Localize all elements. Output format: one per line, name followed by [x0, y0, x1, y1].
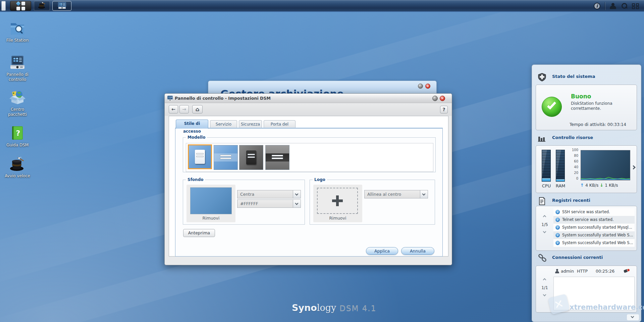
link-icon [538, 254, 547, 263]
forward-button[interactable]: → [179, 105, 189, 113]
magic-hat-icon [38, 2, 46, 10]
info-icon: i [555, 241, 560, 245]
page-up-button[interactable] [543, 215, 546, 219]
desktop-icon-package-center[interactable]: Centro pacchetti [2, 90, 33, 117]
page-down-button[interactable] [543, 293, 546, 296]
quick-launch-taskbar-button[interactable] [34, 1, 50, 11]
dsm-settings-dialog: Pannello di controllo - Impostazioni DSM… [164, 93, 452, 265]
tab-http-service[interactable]: Servizio HTTP [210, 120, 237, 128]
section-title: Controllo risorse [552, 135, 593, 140]
svg-text:?: ? [16, 129, 20, 137]
close-icon[interactable]: ✕ [440, 96, 445, 101]
home-button[interactable]: ⌂ [192, 105, 203, 113]
close-icon[interactable]: ✕ [425, 84, 430, 89]
minimize-button[interactable] [432, 96, 438, 101]
desktop-icon-quick-start[interactable]: Avvio veloce [2, 156, 33, 179]
logo-align-select[interactable]: Allinea al centro [364, 190, 428, 198]
info-button[interactable]: i [591, 1, 603, 11]
desktop-icon-label: Centro pacchetti [2, 107, 33, 117]
upload-series [581, 179, 630, 179]
log-row[interactable]: iTelnet service was started. [553, 216, 635, 224]
background-preview-image [190, 187, 232, 214]
system-health-header: Stato del sistema [532, 73, 641, 82]
help-button[interactable]: ? [440, 106, 448, 113]
log-row[interactable]: iSystem successfully started Mysql... [553, 224, 635, 231]
log-row[interactable]: iSystem successfully started Web S... [553, 231, 635, 239]
info-icon: i [555, 225, 560, 230]
tab-security[interactable]: Sicurezza [239, 120, 262, 128]
ram-label: RAM [555, 183, 566, 188]
template-thumb-dark-card[interactable] [239, 145, 263, 170]
minimize-button[interactable] [418, 84, 423, 89]
page-down-button[interactable] [543, 230, 546, 233]
search-icon [621, 3, 628, 9]
log-row[interactable]: iSSH service was started. [553, 208, 635, 216]
background-remove-button[interactable]: Rimuovi [186, 216, 235, 221]
back-button[interactable]: ← [169, 105, 178, 113]
section-title: Registri recenti [552, 198, 590, 203]
storage-manager-window[interactable]: Gestore archiviazione ✕ [208, 81, 437, 95]
logo-remove-button[interactable]: Rimuovi [313, 216, 362, 221]
resource-monitor-header: Controllo risorse [532, 134, 641, 143]
section-title: Stato del sistema [552, 74, 595, 79]
expand-monitor-button[interactable] [631, 165, 636, 170]
user-icon [555, 269, 559, 274]
background-color-select[interactable]: #FFFFFF [237, 199, 301, 208]
template-thumb-blue-band[interactable] [214, 145, 238, 170]
search-button[interactable] [619, 1, 630, 11]
dsm-branding: SynologyDSM 4.1 [292, 303, 376, 313]
file-station-icon [9, 21, 25, 36]
package-center-icon [9, 90, 25, 105]
control-panel-icon [58, 2, 66, 10]
logo-add-button[interactable] [317, 188, 358, 214]
dialog-title: Pannello di controllo - Impostazioni DSM [175, 94, 271, 103]
desktop-icon-control-panel[interactable]: Pannello di controllo [2, 55, 33, 82]
pilot-view-button[interactable] [630, 1, 641, 11]
background-fieldset: Sfondo Rimuovi Centra #FFFFFF [183, 180, 305, 225]
disconnect-icon[interactable] [624, 269, 630, 273]
apply-button[interactable]: Applica [366, 247, 398, 255]
pilot-view-icon [632, 3, 639, 9]
connection-user: admin [561, 269, 574, 274]
show-desktop-button[interactable] [1, 1, 6, 11]
section-title: Connessioni correnti [552, 255, 603, 260]
chevron-down-icon [420, 190, 428, 198]
main-menu-button[interactable] [10, 1, 31, 11]
logo-legend: Logo [313, 177, 327, 182]
widget-collapse-button[interactable] [627, 314, 639, 320]
dialog-toolbar: ← → ⌂ ? [165, 103, 452, 116]
taskbar-right-tools: i [591, 0, 641, 12]
recent-logs-header: Registri recenti [532, 197, 641, 205]
brand-light: logy [317, 303, 336, 313]
preview-button[interactable]: Anteprima [183, 229, 215, 237]
user-icon [609, 3, 616, 9]
desktop-icon-file-station[interactable]: File Station [2, 21, 33, 43]
cpu-label: CPU [541, 183, 552, 188]
tab-access-style[interactable]: Stile di accesso [176, 120, 208, 129]
control-panel-desktop-icon [9, 55, 25, 70]
page-up-button[interactable] [543, 278, 546, 282]
desktop-icon-dsm-help[interactable]: ? Guida DSM [2, 126, 33, 148]
page-indicator: 1/1 [538, 285, 551, 290]
info-icon: i [555, 218, 560, 222]
download-speed: 1 KB/s [605, 183, 618, 188]
info-icon: i [555, 210, 560, 214]
cancel-button[interactable]: Annulla [401, 247, 434, 255]
plus-icon [332, 199, 343, 202]
tab-router-port[interactable]: Porta del router [264, 120, 296, 128]
template-thumb-dark-band[interactable] [265, 145, 289, 170]
template-thumb-blue-card[interactable] [188, 144, 212, 169]
background-position-select[interactable]: Centra [237, 190, 301, 198]
dialog-titlebar[interactable]: Pannello di controllo - Impostazioni DSM… [165, 94, 452, 103]
main-menu-icon [16, 2, 25, 10]
user-button[interactable] [607, 1, 619, 11]
log-row[interactable]: iSystem successfully started Web S... [553, 239, 635, 247]
taskbar-separator [605, 2, 605, 10]
info-icon: i [594, 3, 600, 9]
control-panel-taskbar-button[interactable] [52, 1, 71, 11]
desktop-icon-label: Guida DSM [2, 143, 33, 148]
watermark-text: xtremehardware.com [570, 303, 644, 311]
connection-duration: 00:25:26 [596, 269, 614, 274]
brand-bold: Syno [292, 303, 317, 313]
chevron-down-icon [293, 190, 301, 198]
